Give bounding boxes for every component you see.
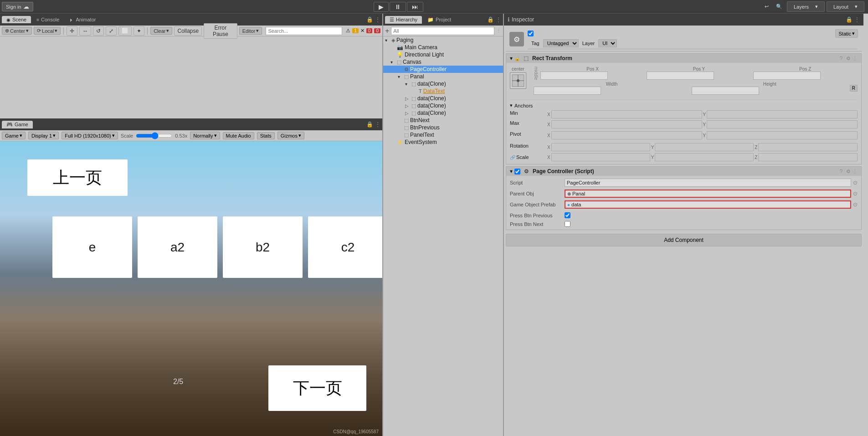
max-x-field[interactable]: 0.5 <box>551 120 702 128</box>
next-page-button[interactable]: 下一页 <box>268 365 366 411</box>
pc-help-icon[interactable]: ? <box>840 169 842 174</box>
multi-tool[interactable]: ✦ <box>134 26 144 36</box>
error-pause-button[interactable]: Error Pause <box>204 23 237 39</box>
skip-button[interactable]: ⏭ <box>407 2 423 12</box>
layer-select[interactable]: UI <box>598 39 617 47</box>
game-canvas[interactable]: 上一页 e a2 b2 c2 2/5 下一页 CSDN@qq_19605587 <box>0 141 382 436</box>
hierarchy-menu-icon[interactable]: ⋮ <box>496 16 501 23</box>
tree-item-datatext[interactable]: T DataText <box>383 87 503 95</box>
tree-item-dataclone2[interactable]: ▷ ⬚ data(Clone) <box>383 95 503 102</box>
rot-y-field[interactable]: 0 <box>655 143 754 151</box>
parent-obj-target-icon[interactable]: ⊙ <box>853 190 858 197</box>
rect-transform-header[interactable]: ▾ 🔒 ⬚ Rect Transform ? ⚙ ⋮ <box>506 54 861 63</box>
tab-hierarchy[interactable]: ☰ Hierarchy <box>385 16 422 24</box>
tree-item-paneltext[interactable]: ⬚ PanelText <box>383 131 503 138</box>
transform-tool[interactable]: ↔ <box>79 26 91 36</box>
rect-menu-icon[interactable]: ⋮ <box>853 56 858 62</box>
rect-settings-icon[interactable]: ⚙ <box>846 56 851 62</box>
static-button[interactable]: Static ▾ <box>835 29 858 38</box>
r-button[interactable]: R <box>850 85 858 92</box>
min-x-field[interactable]: 0.5 <box>551 110 702 118</box>
game-menu-icon[interactable]: ⋮ <box>375 121 380 128</box>
rot-z-field[interactable]: 0 <box>758 143 858 151</box>
collapse-button[interactable]: Collapse <box>174 26 202 36</box>
tab-project[interactable]: 📁 Project <box>423 16 456 24</box>
tree-item-btnnext[interactable]: ⬚ BtnNext <box>383 117 503 124</box>
pc-menu-icon[interactable]: ⋮ <box>853 169 858 174</box>
tree-item-paging[interactable]: ▾ ◈ Paging <box>383 36 503 44</box>
anchors-header[interactable]: ▾ Anchors <box>510 102 858 109</box>
move-tool[interactable]: ✛ <box>67 26 77 36</box>
card-a2[interactable]: a2 <box>138 216 217 278</box>
tree-item-panal[interactable]: ▾ ⬚ Panal <box>383 73 503 80</box>
parent-obj-field[interactable]: ⊕ Panal <box>565 190 851 198</box>
pc-enabled-checkbox[interactable] <box>514 169 520 174</box>
rect-help-icon[interactable]: ? <box>840 56 842 61</box>
prefab-field[interactable]: ● data <box>565 200 851 209</box>
rot-x-field[interactable]: 0 <box>551 143 650 151</box>
card-c2[interactable]: c2 <box>308 216 382 278</box>
scale-y-field[interactable]: 1 <box>655 153 754 161</box>
layout-dropdown[interactable]: Layout ▾ <box>827 1 864 12</box>
local-dropdown[interactable]: ⟳ Local ▾ <box>34 27 61 35</box>
width-field[interactable]: 100 <box>534 87 601 95</box>
obj-name-field[interactable]: PageController <box>537 30 832 37</box>
display-select[interactable]: Display 1 ▾ <box>28 132 59 139</box>
scene-menu-icon[interactable]: ⋮ <box>375 16 380 23</box>
inspector-menu-icon[interactable]: ⋮ <box>854 16 860 23</box>
play-button[interactable]: ▶ <box>374 2 389 12</box>
posx-field[interactable]: 0 <box>540 72 608 80</box>
editor-dropdown[interactable]: Editor ▾ <box>239 27 262 35</box>
tab-scene[interactable]: ◉ Scene <box>2 16 31 23</box>
tag-select[interactable]: Untagged <box>543 39 579 47</box>
pivot-x-field[interactable]: 0.5 <box>551 131 702 139</box>
rotate-tool[interactable]: ↺ <box>93 26 104 36</box>
anchor-preset-button[interactable] <box>510 72 526 89</box>
normally-select[interactable]: Normally ▾ <box>190 132 220 139</box>
hierarchy-search[interactable] <box>391 27 494 35</box>
card-b2[interactable]: b2 <box>223 216 303 278</box>
obj-enabled-checkbox[interactable] <box>528 31 534 36</box>
script-target-icon[interactable]: ⊙ <box>853 180 858 186</box>
tree-item-btnprevious[interactable]: ⬚ BtnPrevious <box>383 124 503 131</box>
pivot-y-field[interactable]: 0.5 <box>707 131 858 139</box>
pause-button[interactable]: ⏸ <box>390 2 406 12</box>
press-next-checkbox[interactable] <box>565 221 570 227</box>
tree-item-dataclone4[interactable]: ▷ ⬚ data(Clone) <box>383 109 503 117</box>
console-search[interactable] <box>266 27 342 35</box>
tree-item-dataclone3[interactable]: ▷ ⬚ data(Clone) <box>383 102 503 109</box>
max-y-field[interactable]: 0.5 <box>707 120 858 128</box>
card-e[interactable]: e <box>52 216 132 278</box>
prev-page-button[interactable]: 上一页 <box>27 159 128 196</box>
layers-dropdown[interactable]: Layers ▾ <box>787 1 825 12</box>
scale-tool[interactable]: ⤢ <box>106 26 117 36</box>
press-prev-checkbox[interactable] <box>565 212 570 218</box>
min-y-field[interactable]: 0.5 <box>707 110 858 118</box>
stats-button[interactable]: Stats <box>257 132 275 139</box>
tree-item-pagecontroller[interactable]: ⚙ PageController <box>383 66 503 73</box>
pc-settings-icon[interactable]: ⚙ <box>846 169 851 174</box>
tree-item-dataclone1[interactable]: ▾ ⬚ data(Clone) <box>383 80 503 87</box>
add-object-button[interactable]: + <box>385 27 389 35</box>
posz-field[interactable]: 0 <box>753 72 821 80</box>
page-controller-header[interactable]: ▾ ⚙ Page Controller (Script) ? ⚙ ⋮ <box>506 167 861 176</box>
scale-x-field[interactable]: 1 <box>551 153 650 161</box>
pc-enabled-label[interactable] <box>514 169 520 174</box>
tree-item-canvas[interactable]: ▾ ⬚ Canvas <box>383 58 503 66</box>
gizmos-button[interactable]: Gizmos ▾ <box>277 132 304 139</box>
tab-game[interactable]: 🎮 Game <box>2 121 33 128</box>
prefab-target-icon[interactable]: ⊙ <box>853 201 858 208</box>
sign-in-button[interactable]: Sign in ☁ <box>2 2 33 11</box>
scale-slider[interactable] <box>136 132 172 139</box>
scale-z-field[interactable]: 1 <box>758 153 858 161</box>
tab-animator[interactable]: ⏵ Animator <box>65 16 100 23</box>
clear-button[interactable]: Clear ▾ <box>150 27 172 35</box>
height-field[interactable]: 100 <box>692 87 759 95</box>
resolution-select[interactable]: Full HD (1920x1080) ▾ <box>62 132 118 139</box>
center-dropdown[interactable]: ⊕ Center ▾ <box>2 27 32 35</box>
tab-console[interactable]: ≡ Console <box>32 16 64 23</box>
add-component-button[interactable]: Add Component <box>506 234 862 246</box>
tree-item-dir-light[interactable]: 💡 Directional Light <box>383 51 503 58</box>
rect-tool[interactable]: ⬜ <box>118 26 132 36</box>
game-display[interactable]: Game ▾ <box>2 132 26 139</box>
